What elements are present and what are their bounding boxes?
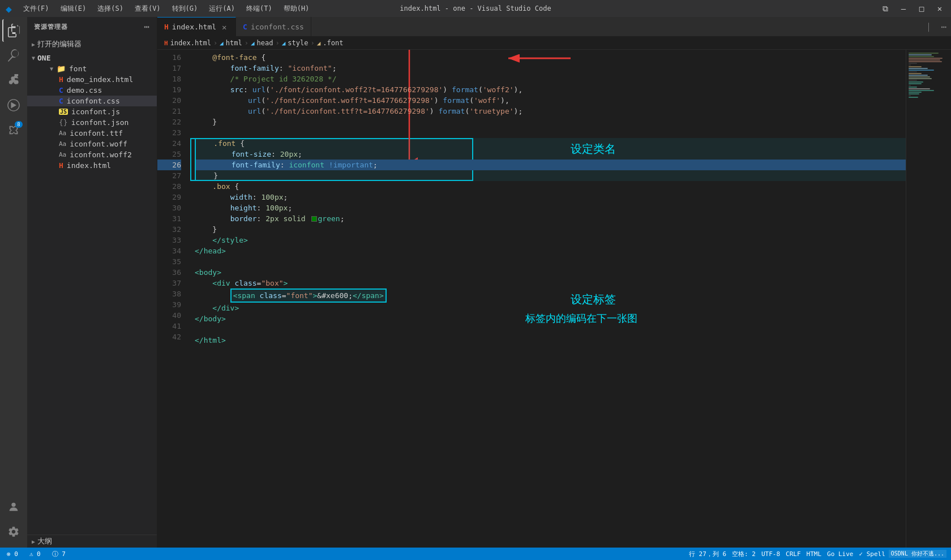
vscode-icon: ◆ [6, 3, 12, 15]
code-line-39: </div> [195, 303, 906, 313]
code-editor: 16 17 18 19 20 21 22 23 24 25 26 27 28 2… [157, 50, 951, 548]
outline-header[interactable]: ▶ 大纲 [27, 535, 157, 548]
file-iconfont-woff-label: iconfont.woff [70, 140, 127, 148]
activity-source-control[interactable] [2, 69, 25, 92]
activity-account[interactable] [2, 496, 25, 518]
code-line-22: } [195, 117, 906, 127]
breadcrumb: H index.html › ◢ html › ◢ head › ◢ style… [157, 37, 951, 50]
menu-edit[interactable]: 编辑(E) [56, 3, 91, 15]
more-actions-icon[interactable]: ⋯ [941, 21, 946, 32]
status-go-live[interactable]: Go Live [825, 550, 855, 558]
status-position[interactable]: 行 27，列 6 [687, 550, 729, 558]
open-editors-label: 打开的编辑器 [37, 39, 82, 49]
js-icon: JS [59, 109, 68, 115]
tab-iconfont-css[interactable]: C iconfont.css [236, 17, 311, 36]
file-iconfont-css[interactable]: C iconfont.css [27, 96, 157, 106]
activity-extensions[interactable]: 8 [2, 119, 25, 141]
activity-search[interactable] [2, 44, 25, 67]
status-line-ending[interactable]: CRLF [783, 550, 803, 558]
file-iconfont-js[interactable]: JS iconfont.js [27, 106, 157, 117]
file-index-html[interactable]: H index.html [27, 160, 157, 171]
menu-terminal[interactable]: 终端(T) [242, 3, 277, 15]
open-editors-arrow: ▶ [32, 41, 35, 48]
font-folder[interactable]: ▼ 📁 font [27, 63, 157, 74]
file-iconfont-woff[interactable]: Aa iconfont.woff [27, 139, 157, 149]
sidebar-more-button[interactable]: ⋯ [144, 21, 150, 32]
outline-label: 大纲 [37, 536, 52, 546]
sidebar-title: 资源管理器 ⋯ [27, 17, 157, 37]
file-iconfont-woff2[interactable]: Aa iconfont.woff2 [27, 149, 157, 160]
close-button[interactable]: ✕ [934, 4, 945, 13]
font-folder-arrow: ▼ [50, 66, 53, 72]
code-line-34: </head> [195, 245, 906, 256]
status-osdnl-text: OSDNL 你好不逃... [891, 550, 944, 558]
project-header[interactable]: ▼ ONE [27, 53, 157, 63]
minimize-button[interactable]: – [898, 4, 909, 13]
sidebar-title-text: 资源管理器 [34, 23, 68, 31]
maximize-button[interactable]: □ [916, 4, 927, 13]
file-iconfont-ttf[interactable]: Aa iconfont.ttf [27, 128, 157, 139]
status-spell-text: ✓ Spell [859, 550, 885, 558]
breadcrumb-style[interactable]: style [288, 39, 308, 47]
file-iconfont-woff2-label: iconfont.woff2 [70, 150, 132, 159]
code-line-26: font-family: iconfont !important; [195, 160, 906, 170]
status-info[interactable]: ⓘ 7 [50, 548, 68, 560]
menu-run[interactable]: 运行(A) [204, 3, 239, 15]
tab-iconfont-css-label: iconfont.css [251, 23, 304, 31]
status-spell[interactable]: ✓ Spell [856, 550, 887, 558]
green-color-swatch [311, 216, 317, 222]
title-bar-left: ◆ 文件(F) 编辑(E) 选择(S) 查看(V) 转到(G) 运行(A) 终端… [6, 3, 314, 15]
activity-settings[interactable] [2, 520, 25, 543]
status-warnings[interactable]: ⚠ 0 [27, 548, 43, 560]
file-demo-index[interactable]: H demo_index.html [27, 74, 157, 85]
menu-help[interactable]: 帮助(H) [279, 3, 314, 15]
status-position-text: 行 27，列 6 [689, 550, 726, 558]
tab-html-icon: H [164, 23, 169, 31]
status-language[interactable]: HTML [804, 550, 824, 558]
activity-run[interactable] [2, 94, 25, 117]
code-line-29: width: 100px; [195, 192, 906, 203]
minimap [906, 50, 951, 548]
index-html-icon: H [59, 161, 63, 170]
file-iconfont-json[interactable]: {} iconfont.json [27, 117, 157, 128]
tab-index-html-close[interactable]: ✕ [220, 23, 229, 32]
activity-explorer[interactable] [2, 19, 25, 42]
font-folder-icon: 📁 [57, 64, 66, 73]
outline-arrow: ▶ [32, 539, 35, 545]
split-view-icon[interactable]: ⎸ [928, 21, 936, 32]
breadcrumb-folder-icon1: ◢ [220, 40, 224, 47]
main-layout: 8 资源管理器 ⋯ ▶ 打开的编辑器 ▼ ON [0, 17, 951, 548]
svg-point-1 [11, 503, 15, 507]
status-bar-right: 行 27，列 6 空格: 2 UTF-8 CRLF HTML Go Live ✓… [687, 550, 946, 558]
minimap-content [906, 50, 951, 101]
menu-view[interactable]: 查看(V) [130, 3, 165, 15]
tabs-bar: H index.html ✕ C iconfont.css ⎸ ⋯ [157, 17, 951, 37]
iconfont-css-icon: C [59, 97, 63, 105]
open-editors-header[interactable]: ▶ 打开的编辑器 [27, 38, 157, 50]
code-line-20: url('./font/iconfont.woff?t=164776627929… [195, 95, 906, 106]
editor-area: H index.html ✕ C iconfont.css ⎸ ⋯ H inde… [157, 17, 951, 548]
code-line-24: .font { [195, 138, 906, 149]
menu-goto[interactable]: 转到(G) [168, 3, 203, 15]
file-demo-index-label: demo_index.html [67, 75, 133, 84]
status-errors-text: ⊗ 0 [7, 550, 18, 558]
breadcrumb-html[interactable]: html [226, 39, 242, 47]
file-iconfont-ttf-label: iconfont.ttf [70, 129, 123, 137]
status-right-text[interactable]: OSDNL 你好不逃... [889, 550, 946, 558]
status-spaces[interactable]: 空格: 2 [730, 550, 758, 558]
code-line-17: font-family: "iconfont"; [195, 63, 906, 74]
split-editor-button[interactable]: ⧉ [880, 4, 891, 14]
breadcrumb-head[interactable]: head [257, 39, 273, 47]
font-folder-label: font [69, 64, 87, 73]
status-errors[interactable]: ⊗ 0 [5, 548, 20, 560]
menu-select[interactable]: 选择(S) [93, 3, 128, 15]
breadcrumb-font[interactable]: .font [323, 39, 343, 47]
tab-bar-right: ⎸ ⋯ [928, 17, 951, 36]
menu-file[interactable]: 文件(F) [19, 3, 54, 15]
file-demo-css[interactable]: C demo.css [27, 85, 157, 96]
code-content[interactable]: 设定类名 设定标签 [186, 50, 906, 548]
status-encoding[interactable]: UTF-8 [759, 550, 782, 558]
breadcrumb-index-html[interactable]: index.html [170, 39, 211, 47]
open-editors-section: ▶ 打开的编辑器 [27, 37, 157, 51]
tab-index-html[interactable]: H index.html ✕ [157, 17, 236, 36]
